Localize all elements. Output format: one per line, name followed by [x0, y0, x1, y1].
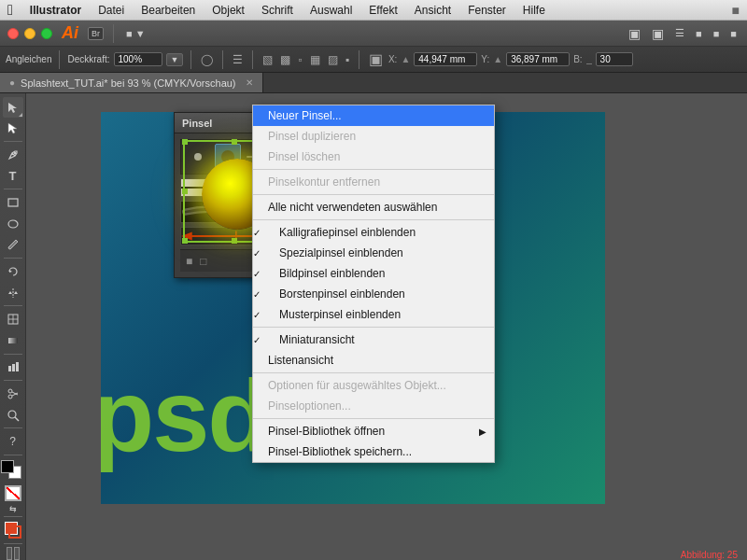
menu-illustrator[interactable]: Illustrator: [30, 4, 81, 17]
menu-auswahl[interactable]: Auswahl: [310, 4, 352, 17]
tool-mesh[interactable]: [3, 309, 23, 329]
grid-icon-1[interactable]: ▣: [626, 24, 643, 43]
tool-sep-10: [4, 543, 22, 544]
tool-pen[interactable]: [3, 145, 23, 165]
tool-select[interactable]: [3, 97, 23, 118]
grid-icon-2[interactable]: ▣: [649, 24, 667, 43]
tool-ellipse[interactable]: [3, 214, 23, 234]
libraries-icon[interactable]: ■: [186, 255, 192, 268]
swap-colors-icon[interactable]: ⇆: [9, 504, 17, 513]
context-menu-item-thumbnail-view[interactable]: ✓Miniaturansicht: [253, 329, 494, 350]
grid-icon-5[interactable]: ■: [711, 26, 723, 41]
context-menu-label: Borstenpinsel einblenden: [264, 287, 405, 301]
grid-icon-6[interactable]: ■: [727, 26, 740, 41]
link-icon[interactable]: ⎯: [586, 54, 592, 64]
status-text: Abbildung: 25: [681, 550, 738, 560]
tool-rect[interactable]: [3, 192, 23, 213]
traffic-light-maximize[interactable]: [41, 28, 52, 39]
align-icon-4[interactable]: ▦: [310, 53, 320, 66]
context-menu-item-show-muster[interactable]: ✓Musterpinsel einblenden: [253, 304, 494, 325]
menu-objekt[interactable]: Objekt: [212, 4, 245, 17]
context-menu-item-brush-options: Pinseloptionen...: [253, 396, 494, 416]
svg-point-17: [8, 411, 16, 418]
tool-direct-select[interactable]: [3, 119, 23, 139]
canvas-area: psd-tut Pinsel ≡: [26, 93, 747, 560]
tool-zoom[interactable]: [3, 405, 23, 426]
menu-fenster[interactable]: Fenster: [468, 4, 506, 17]
toolbar-sep-6: [359, 50, 359, 69]
context-menu-item-open-library[interactable]: Pinsel-Bibliothek öffnen▶: [253, 421, 494, 441]
context-menu-item-list-view[interactable]: Listenansicht: [253, 350, 494, 371]
context-menu-item-show-borsten[interactable]: ✓Borstenpinsel einblenden: [253, 284, 494, 304]
context-menu-separator: [253, 169, 494, 170]
foreground-swatch[interactable]: [1, 460, 14, 473]
tab-close-icon[interactable]: ✕: [246, 77, 253, 88]
tool-paintbrush[interactable]: [3, 235, 23, 256]
tool-rotate[interactable]: [3, 261, 23, 282]
context-menu-label: Bildpinsel einblenden: [264, 267, 385, 280]
context-menu-label: Listenansicht: [264, 354, 333, 367]
menu-ansicht[interactable]: Ansicht: [415, 4, 451, 17]
grid-icon-4[interactable]: ■: [693, 26, 705, 41]
apple-menu[interactable]: : [7, 2, 13, 19]
x-lock-icon: ▲: [401, 54, 410, 64]
x-field[interactable]: [414, 52, 477, 66]
context-menu-item-dup-brush: Pinsel duplizieren: [253, 126, 494, 147]
traffic-light-minimize[interactable]: [24, 28, 35, 39]
context-menu-item-select-unused[interactable]: Alle nicht verwendeten auswählen: [253, 197, 494, 217]
w-field[interactable]: [596, 52, 633, 66]
align-icon-1[interactable]: ▧: [262, 53, 273, 66]
deckkraft-input[interactable]: [114, 52, 162, 66]
y-field[interactable]: [506, 52, 570, 66]
context-menu-separator: [253, 418, 494, 419]
menu-datei[interactable]: Datei: [98, 4, 124, 17]
question-mark[interactable]: ?: [3, 431, 23, 452]
tab-document[interactable]: ● Splashtext_TUT.ai* bei 93 % (CMYK/Vors…: [0, 73, 263, 92]
context-menu-item-new-brush[interactable]: Neuer Pinsel...: [253, 105, 494, 126]
context-menu-item-show-kalli[interactable]: ✓Kalligrafiepinsel einblenden: [253, 222, 494, 243]
icon-1[interactable]: ◯: [201, 53, 213, 66]
tool-sep-7: [4, 427, 22, 428]
context-menu-label: Miniaturansicht: [264, 333, 355, 346]
tool-gradient[interactable]: [3, 330, 23, 351]
context-menu-item-show-spezial[interactable]: ✓Spezialpinsel einblenden: [253, 243, 494, 263]
align-icon-2[interactable]: ▩: [280, 53, 290, 66]
tool-scissors[interactable]: [3, 384, 23, 404]
menu-effekt[interactable]: Effekt: [369, 4, 397, 17]
align-icon-5[interactable]: ▨: [328, 53, 338, 66]
context-menu-label: Alle nicht verwendeten auswählen: [264, 201, 437, 214]
svg-rect-12: [16, 362, 19, 371]
context-menu-item-show-bild[interactable]: ✓Bildpinsel einblenden: [253, 263, 494, 284]
menu-bearbeiten[interactable]: Bearbeiten: [141, 4, 195, 17]
align-icon-3[interactable]: ▫: [298, 53, 302, 66]
fill-stroke-indicator[interactable]: [3, 520, 23, 540]
tool-sep-8: [4, 455, 22, 455]
tool-chart[interactable]: [3, 357, 23, 378]
toolbar-mode-icon[interactable]: ■ ▼: [123, 26, 148, 41]
deckkraft-btn[interactable]: ▼: [166, 53, 184, 66]
checkmark-icon: ✓: [253, 248, 261, 259]
context-menu-label: Pinselkontur entfernen: [264, 175, 380, 189]
br-badge[interactable]: Br: [88, 27, 104, 40]
tool-reflect[interactable]: [3, 283, 23, 303]
align-icon-6[interactable]: ▪: [345, 53, 349, 66]
new-brush-footer-icon[interactable]: □: [200, 255, 206, 268]
context-menu-item-save-library[interactable]: Pinsel-Bibliothek speichern...: [253, 441, 494, 462]
menu-hilfe[interactable]: Hilfe: [523, 4, 545, 17]
grid-icon-big[interactable]: ▣: [369, 50, 383, 68]
svg-point-14: [8, 395, 12, 399]
y-lock-icon: ▲: [493, 54, 502, 64]
icon-2[interactable]: ☰: [233, 53, 243, 66]
tool-sep-4: [4, 305, 22, 306]
toolbar-sep-1: [113, 24, 114, 43]
angleichen-label: Angleichen: [6, 54, 51, 64]
toolbar-sep-5: [252, 50, 253, 69]
none-swatch[interactable]: [5, 485, 21, 502]
svg-rect-9: [8, 338, 18, 343]
screen-mode-icon[interactable]: [3, 547, 23, 560]
grid-icon-3[interactable]: ☰: [672, 25, 687, 41]
dropbox-icon: ■: [732, 3, 740, 18]
traffic-light-close[interactable]: [7, 28, 19, 39]
tool-type[interactable]: T: [3, 166, 23, 187]
menu-schrift[interactable]: Schrift: [261, 4, 293, 17]
